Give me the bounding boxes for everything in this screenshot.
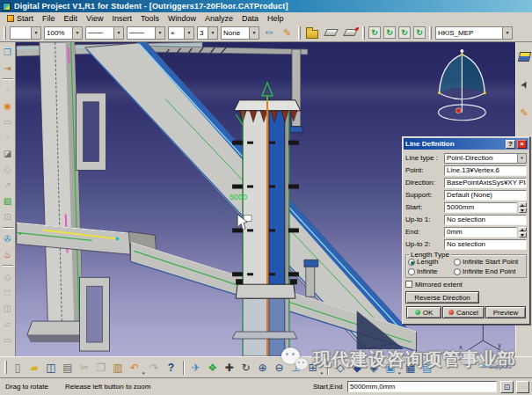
color-picker-icon[interactable]: ✎: [280, 26, 295, 40]
camera-render-icon[interactable]: ✇: [1, 232, 14, 245]
direction-input[interactable]: BasePointAxisSys¥XY Plan: [444, 178, 527, 188]
shaded-view-icon[interactable]: ◆: [350, 361, 364, 375]
new-document-icon[interactable]: ▯: [11, 361, 25, 375]
dialog-close-button[interactable]: ×: [517, 140, 527, 149]
fill-color-combo[interactable]: ▼: [10, 26, 41, 40]
menu-insert[interactable]: Insert: [107, 12, 136, 24]
iso-view-icon[interactable]: ▣: [383, 361, 397, 375]
menu-view[interactable]: View: [82, 12, 107, 24]
hidden-line-view-icon[interactable]: ◈: [367, 361, 381, 375]
chevron-down-icon[interactable]: ▾: [321, 370, 324, 377]
dialog-title-bar[interactable]: Line Definition ? ×: [404, 138, 528, 150]
spinner-up-icon[interactable]: [519, 202, 527, 208]
chevron-down-icon[interactable]: ▾: [398, 370, 401, 377]
surface-tool-icon[interactable]: [324, 29, 339, 36]
spinner-up-icon[interactable]: [519, 227, 527, 232]
upto1-input[interactable]: No selection: [444, 215, 527, 225]
multi-view-icon[interactable]: ⊞: [306, 361, 320, 375]
chevron-down-icon[interactable]: ▾: [142, 370, 145, 377]
line-weight-combo[interactable]: 3▼: [197, 26, 218, 40]
opacity-combo[interactable]: 100%▼: [44, 26, 83, 40]
map-view-icon[interactable]: ▧: [1, 194, 14, 208]
start-spinner[interactable]: [519, 202, 527, 213]
pan-icon[interactable]: ✚: [222, 361, 237, 375]
catalog-tool-icon-2[interactable]: ↻: [383, 26, 396, 39]
preview-button[interactable]: Preview: [485, 306, 526, 318]
eraser-icon[interactable]: ◪: [1, 147, 14, 160]
chevron-down-icon[interactable]: ▼: [155, 27, 164, 39]
toolbar-grip[interactable]: [362, 26, 365, 40]
rotate-icon[interactable]: ↻: [239, 361, 253, 375]
catalog-tool-icon-3[interactable]: ↻: [398, 26, 411, 39]
point-input[interactable]: Line.13¥Vertex.6: [444, 165, 527, 176]
start-end-input[interactable]: 5000mm,0mm: [347, 381, 497, 392]
menu-start[interactable]: Start: [3, 12, 38, 24]
start-input[interactable]: 5000mm: [444, 202, 517, 213]
menu-window[interactable]: Window: [164, 12, 200, 24]
spinner-down-icon[interactable]: [519, 208, 527, 213]
direction-arrow[interactable]: [262, 83, 273, 102]
menu-help[interactable]: Help: [263, 12, 288, 24]
catalog-tool-icon-4[interactable]: ↻: [413, 26, 426, 39]
compass-anchor-dot[interactable]: [455, 108, 461, 113]
line-type-select[interactable]: Point-Direction▼: [444, 153, 527, 164]
menu-data[interactable]: Data: [237, 12, 263, 24]
copy-view-icon[interactable]: ❐: [1, 46, 14, 59]
point-symbol-combo[interactable]: ×▼: [168, 26, 194, 40]
reverse-direction-button[interactable]: Reverse Direction: [405, 291, 479, 304]
render-style-icon[interactable]: ▦: [404, 361, 418, 375]
menu-edit[interactable]: Edit: [60, 12, 83, 24]
grid-icon[interactable]: ▤: [420, 361, 434, 375]
sketcher-icon[interactable]: ✎: [517, 106, 531, 120]
toolbar-grip[interactable]: [4, 26, 6, 40]
radio-length[interactable]: Length: [408, 258, 454, 266]
zoom-in-icon[interactable]: ⊕: [256, 361, 270, 375]
upto2-input[interactable]: No selection: [444, 239, 527, 250]
normal-view-icon[interactable]: ⊥: [289, 361, 303, 375]
print-icon[interactable]: ▤: [61, 361, 75, 375]
fit-all-icon[interactable]: ❖: [206, 361, 220, 375]
chevron-down-icon[interactable]: ▼: [31, 27, 40, 39]
ok-button[interactable]: OK: [406, 306, 441, 318]
open-catalog-icon[interactable]: [306, 30, 318, 39]
chevron-down-icon[interactable]: ▼: [249, 27, 259, 39]
view-mode-cube-icon[interactable]: [517, 49, 531, 63]
toolbar-grip[interactable]: [298, 26, 301, 40]
zoom-out-icon[interactable]: ⊖: [273, 361, 287, 375]
channel-bracket-lower[interactable]: [80, 277, 110, 351]
channel-bracket-upper[interactable]: [77, 93, 106, 171]
menu-analyze[interactable]: Analyze: [200, 12, 237, 24]
line-style-combo-1[interactable]: ───▼: [85, 26, 124, 40]
spinner-down-icon[interactable]: [519, 232, 527, 238]
toolbar-grip[interactable]: [429, 26, 432, 40]
line-style-combo-2[interactable]: ───▼: [127, 26, 165, 40]
chevron-down-icon[interactable]: ▼: [502, 27, 512, 39]
workbench-combo[interactable]: HKIS_MEP▼: [435, 26, 513, 40]
menu-file[interactable]: File: [38, 12, 60, 24]
wireframe-view-icon[interactable]: ◇: [333, 361, 347, 375]
apply-field-button[interactable]: ⊡: [500, 381, 514, 393]
checkbox-icon[interactable]: [405, 281, 412, 288]
whats-this-icon[interactable]: ?: [164, 361, 179, 375]
3d-compass[interactable]: [438, 49, 486, 121]
chevron-down-icon[interactable]: ▼: [72, 27, 82, 39]
cancel-button[interactable]: Cancel: [442, 306, 485, 318]
radio-infinite-end-point[interactable]: Infinite End Point: [454, 267, 515, 275]
support-input[interactable]: Default (None): [444, 190, 527, 201]
chevron-down-icon[interactable]: ▼: [184, 27, 193, 39]
save-icon[interactable]: ◫: [44, 361, 58, 375]
brace-post[interactable]: [306, 265, 315, 296]
undo-icon[interactable]: ↶: [128, 361, 142, 375]
end-spinner[interactable]: [519, 227, 527, 238]
chevron-down-icon[interactable]: ▼: [113, 27, 123, 39]
paste-icon[interactable]: ▥: [111, 361, 125, 375]
select-cursor-icon[interactable]: ➤: [514, 75, 532, 94]
layer-combo[interactable]: None▼: [221, 26, 259, 40]
catalog-tool-icon-1[interactable]: ↻: [368, 26, 381, 39]
dialog-help-button[interactable]: ?: [506, 140, 515, 149]
format-painter-icon[interactable]: ✏: [262, 26, 277, 40]
fly-mode-icon[interactable]: ✈: [189, 361, 203, 375]
toolbar-grip[interactable]: [4, 361, 7, 374]
mirrored-extent-checkbox[interactable]: Mirrored extent: [405, 279, 527, 289]
open-folder-icon[interactable]: ▰: [27, 361, 41, 375]
